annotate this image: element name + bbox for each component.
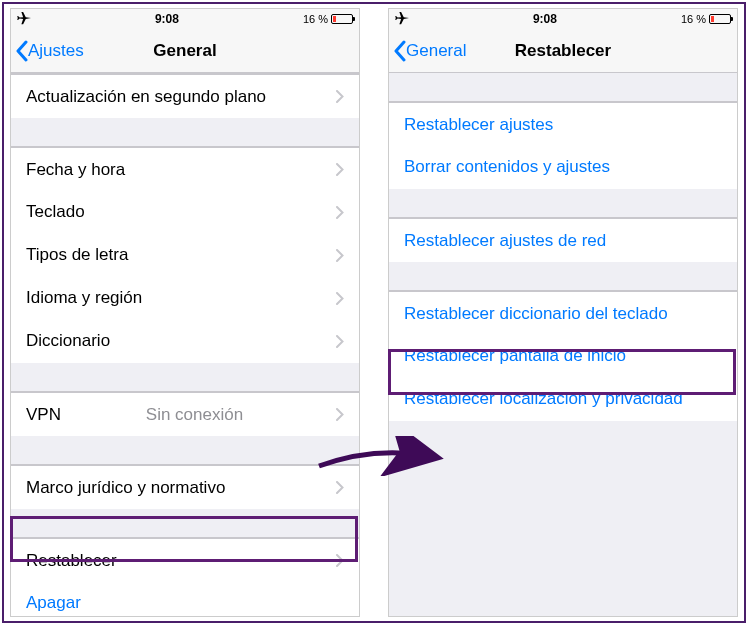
row-label: Marco jurídico y normativo xyxy=(26,478,225,498)
row-detail: Sin conexión xyxy=(146,405,243,425)
screen-general: 9:08 16 % Ajustes General Actualización … xyxy=(10,8,360,617)
row-label: Borrar contenidos y ajustes xyxy=(404,157,610,177)
chevron-right-icon xyxy=(336,206,344,219)
back-label: Ajustes xyxy=(28,41,84,61)
chevron-right-icon xyxy=(336,163,344,176)
battery-percent: 16 % xyxy=(303,13,328,25)
status-bar: 9:08 16 % xyxy=(389,9,737,29)
row-language-region[interactable]: Idioma y región xyxy=(11,276,359,320)
row-shutdown[interactable]: Apagar xyxy=(11,581,359,616)
row-reset-home-screen[interactable]: Restablecer pantalla de inicio xyxy=(389,334,737,378)
outer-frame: 9:08 16 % Ajustes General Actualización … xyxy=(2,2,746,623)
navbar-reset: General Restablecer xyxy=(389,29,737,73)
battery-icon xyxy=(709,14,731,24)
row-label: Restablecer ajustes xyxy=(404,115,553,135)
back-button-general[interactable]: General xyxy=(393,40,466,62)
row-label: Restablecer diccionario del teclado xyxy=(404,304,668,324)
row-label: Restablecer xyxy=(26,551,117,571)
chevron-right-icon xyxy=(336,249,344,262)
chevron-right-icon xyxy=(336,408,344,421)
status-right: 16 % xyxy=(303,13,353,25)
row-reset[interactable]: Restablecer xyxy=(11,538,359,582)
general-content: Actualización en segundo plano Fecha y h… xyxy=(11,73,359,616)
status-left xyxy=(17,11,31,28)
row-label: Tipos de letra xyxy=(26,245,128,265)
chevron-right-icon xyxy=(336,292,344,305)
row-label: Restablecer pantalla de inicio xyxy=(404,346,626,366)
row-reset-settings[interactable]: Restablecer ajustes xyxy=(389,102,737,146)
airplane-icon xyxy=(395,11,409,28)
battery-percent: 16 % xyxy=(681,13,706,25)
navbar-general: Ajustes General xyxy=(11,29,359,73)
chevron-right-icon xyxy=(336,481,344,494)
row-label: Teclado xyxy=(26,202,85,222)
row-date-time[interactable]: Fecha y hora xyxy=(11,147,359,191)
status-bar: 9:08 16 % xyxy=(11,9,359,29)
row-erase-all[interactable]: Borrar contenidos y ajustes xyxy=(389,145,737,189)
row-label: VPN xyxy=(26,405,61,425)
battery-icon xyxy=(331,14,353,24)
row-dictionary[interactable]: Diccionario xyxy=(11,319,359,363)
row-legal[interactable]: Marco jurídico y normativo xyxy=(11,465,359,509)
chevron-right-icon xyxy=(336,90,344,103)
screen-reset: 9:08 16 % General Restablecer Restablece… xyxy=(388,8,738,617)
row-label: Actualización en segundo plano xyxy=(26,87,266,107)
nav-title: Restablecer xyxy=(515,41,611,61)
row-label: Diccionario xyxy=(26,331,110,351)
row-reset-network[interactable]: Restablecer ajustes de red xyxy=(389,218,737,262)
row-fonts[interactable]: Tipos de letra xyxy=(11,233,359,277)
chevron-right-icon xyxy=(336,335,344,348)
status-right: 16 % xyxy=(681,13,731,25)
chevron-left-icon xyxy=(393,40,406,62)
row-reset-keyboard-dict[interactable]: Restablecer diccionario del teclado xyxy=(389,291,737,335)
row-label: Fecha y hora xyxy=(26,160,125,180)
row-reset-location-privacy[interactable]: Restablecer localización y privacidad xyxy=(389,377,737,421)
back-button-ajustes[interactable]: Ajustes xyxy=(15,40,84,62)
airplane-icon xyxy=(17,11,31,28)
row-label: Restablecer ajustes de red xyxy=(404,231,606,251)
reset-content: Restablecer ajustes Borrar contenidos y … xyxy=(389,73,737,616)
row-keyboard[interactable]: Teclado xyxy=(11,190,359,234)
chevron-left-icon xyxy=(15,40,28,62)
row-background-update[interactable]: Actualización en segundo plano xyxy=(11,74,359,118)
status-time: 9:08 xyxy=(155,12,179,26)
back-label: General xyxy=(406,41,466,61)
nav-title: General xyxy=(153,41,216,61)
row-label: Idioma y región xyxy=(26,288,142,308)
status-time: 9:08 xyxy=(533,12,557,26)
row-label: Restablecer localización y privacidad xyxy=(404,389,683,409)
row-vpn[interactable]: VPN Sin conexión xyxy=(11,392,359,436)
status-left xyxy=(395,11,409,28)
chevron-right-icon xyxy=(336,554,344,567)
row-label: Apagar xyxy=(26,593,81,613)
